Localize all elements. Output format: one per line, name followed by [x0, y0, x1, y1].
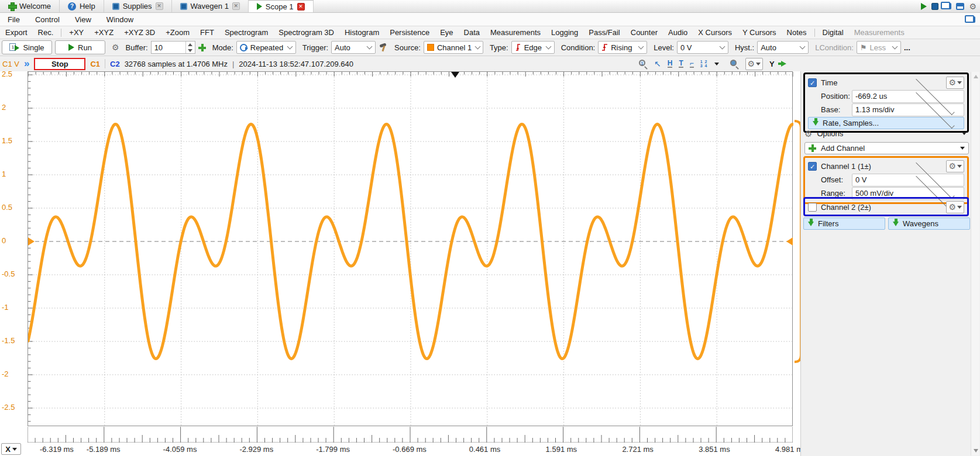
close-icon[interactable]: ✕ — [232, 2, 240, 10]
scroll-down-icon[interactable] — [971, 446, 980, 455]
wavegens-button[interactable]: Wavegens — [888, 217, 970, 230]
scope-plot[interactable] — [27, 71, 793, 426]
offset-value: 0 V — [855, 175, 906, 184]
time-cursor-icon[interactable]: T — [679, 60, 683, 68]
view-tab-y-cursors[interactable]: Y Cursors — [737, 28, 782, 37]
tab-welcome[interactable]: Welcome — [0, 0, 60, 12]
view-tab-pass-fail[interactable]: Pass/Fail — [583, 28, 625, 37]
tab-help[interactable]: ? Help — [60, 0, 104, 12]
expand-icon[interactable]: » — [24, 59, 29, 68]
tab-supplies[interactable]: Supplies ✕ — [104, 0, 172, 12]
menu-control[interactable]: Control — [27, 15, 67, 24]
close-icon[interactable]: ✕ — [297, 3, 305, 11]
trigger-setup-icon[interactable] — [379, 43, 388, 52]
filters-button[interactable]: Filters — [803, 217, 885, 230]
base-label: Base: — [808, 105, 852, 114]
quad-view-icon[interactable]: 1 2 3 4 — [700, 60, 708, 68]
menu-bar: File Control View Window — [0, 13, 980, 26]
trigger-position-marker[interactable] — [451, 72, 459, 78]
tab-wavegen-1[interactable]: Wavegen 1 ✕ — [172, 0, 249, 12]
menu-view[interactable]: View — [67, 15, 99, 24]
cascade-windows-icon[interactable] — [943, 3, 951, 9]
panel-scrollbar[interactable] — [971, 72, 979, 455]
channel2-title: Channel 2 (2±) — [821, 203, 871, 212]
zoom-fit-icon[interactable] — [730, 60, 739, 68]
channel2-settings-button[interactable]: ⚙ — [946, 201, 964, 213]
stop-button[interactable]: Stop — [34, 58, 85, 70]
channel1-offset-marker[interactable] — [28, 237, 35, 246]
channel1-offset-select[interactable]: 0 V — [852, 174, 964, 186]
type-select[interactable]: Edge — [511, 41, 555, 54]
options-expander[interactable]: ⚙ Options — [804, 127, 969, 140]
horizontal-cursor-icon[interactable]: H — [668, 60, 673, 68]
view-tab-x-cursors[interactable]: X Cursors — [693, 28, 737, 37]
export-button[interactable]: Export — [0, 28, 33, 37]
more-tools-caret-icon[interactable] — [714, 63, 719, 65]
spin-up-icon[interactable] — [186, 42, 195, 47]
gear-icon[interactable]: ⚙ — [969, 2, 976, 11]
view-tab--xyz[interactable]: +XYZ — [89, 28, 119, 37]
single-button[interactable]: 1 Single — [2, 40, 52, 54]
menu-window[interactable]: Window — [99, 15, 141, 24]
view-tab--xyz-3d[interactable]: +XYZ 3D — [119, 28, 160, 37]
view-tab-logging[interactable]: Logging — [546, 28, 583, 37]
buffer-gear-icon[interactable]: ⚙ — [112, 43, 119, 51]
run-button[interactable]: Run — [55, 40, 105, 54]
view-tab-notes[interactable]: Notes — [782, 28, 812, 37]
pointer-cursor-icon[interactable]: ↖ — [654, 60, 661, 67]
channel2-tab[interactable]: C2 — [110, 60, 120, 68]
view-tab-digital[interactable]: Digital — [817, 28, 849, 37]
app-window-icon — [112, 3, 119, 10]
time-settings-button[interactable]: ⚙ — [946, 77, 964, 89]
trigger-level-marker[interactable] — [786, 237, 793, 246]
spin-down-icon[interactable] — [186, 47, 195, 53]
add-channel-button[interactable]: Add Channel — [804, 142, 969, 154]
channel1-settings-button[interactable]: ⚙ — [946, 160, 964, 172]
source-select[interactable]: Channel 1 — [424, 41, 483, 54]
channel1-tab[interactable]: C1 — [90, 60, 100, 68]
plot-settings-button[interactable]: ⚙ — [745, 58, 764, 70]
time-checkbox[interactable]: ✓ — [808, 78, 817, 87]
stop-all-icon[interactable] — [931, 3, 938, 10]
view-tab-audio[interactable]: Audio — [663, 28, 693, 37]
view-tab-counter[interactable]: Counter — [625, 28, 663, 37]
view-tab-spectrogram[interactable]: Spectrogram — [219, 28, 273, 37]
view-tab-data[interactable]: Data — [459, 28, 485, 37]
float-window-icon[interactable] — [967, 16, 975, 23]
scroll-up-icon[interactable] — [971, 72, 980, 81]
buffer-value: 10 — [152, 42, 185, 53]
close-icon[interactable]: ✕ — [156, 2, 163, 10]
tile-windows-icon[interactable] — [956, 3, 964, 10]
channel2-checkbox[interactable] — [808, 203, 817, 212]
level-select[interactable]: 0 V — [677, 41, 728, 54]
view-tab-histogram[interactable]: Histogram — [339, 28, 384, 37]
mode-select[interactable]: Repeated — [236, 41, 296, 54]
view-tab-persistence[interactable]: Persistence — [384, 28, 435, 37]
record-button[interactable]: Rec. — [33, 28, 59, 37]
view-tab-spectrogram-3d[interactable]: Spectrogram 3D — [273, 28, 339, 37]
type-label: Type: — [490, 43, 508, 52]
zoom-x1-icon[interactable]: 1 — [639, 60, 648, 68]
buffer-spinner[interactable]: 10 — [151, 41, 195, 54]
green-arrow-icon[interactable] — [781, 61, 786, 67]
time-position-select[interactable]: -669.2 us — [852, 90, 964, 103]
x-axis-menu-button[interactable]: X — [1, 443, 21, 455]
toolbar-overflow[interactable]: ... — [904, 43, 910, 52]
view-tab-measurements[interactable]: Measurements — [485, 28, 546, 37]
trigger-select[interactable]: Auto — [331, 41, 376, 54]
view-tab--zoom[interactable]: +Zoom — [160, 28, 195, 37]
channel1-checkbox[interactable]: ✓ — [808, 162, 817, 171]
vertical-axis-channel-label[interactable]: C1 V — [2, 60, 19, 68]
level-label: Level: — [654, 43, 674, 52]
ruler-icon[interactable]: ⌐ — [690, 60, 694, 68]
view-tab-fft[interactable]: FFT — [195, 28, 219, 37]
menu-file[interactable]: File — [0, 15, 27, 24]
view-tab--xy[interactable]: +XY — [64, 28, 89, 37]
add-acquisition-icon[interactable] — [198, 44, 206, 51]
y-axis-menu-label[interactable]: Y — [769, 60, 775, 68]
hysteresis-select[interactable]: Auto — [757, 41, 809, 54]
run-all-icon[interactable] — [921, 3, 927, 10]
tab-scope-1[interactable]: Scope 1 ✕ — [249, 0, 314, 12]
view-tab-eye[interactable]: Eye — [435, 28, 458, 37]
condition-select[interactable]: Rising — [598, 41, 647, 54]
